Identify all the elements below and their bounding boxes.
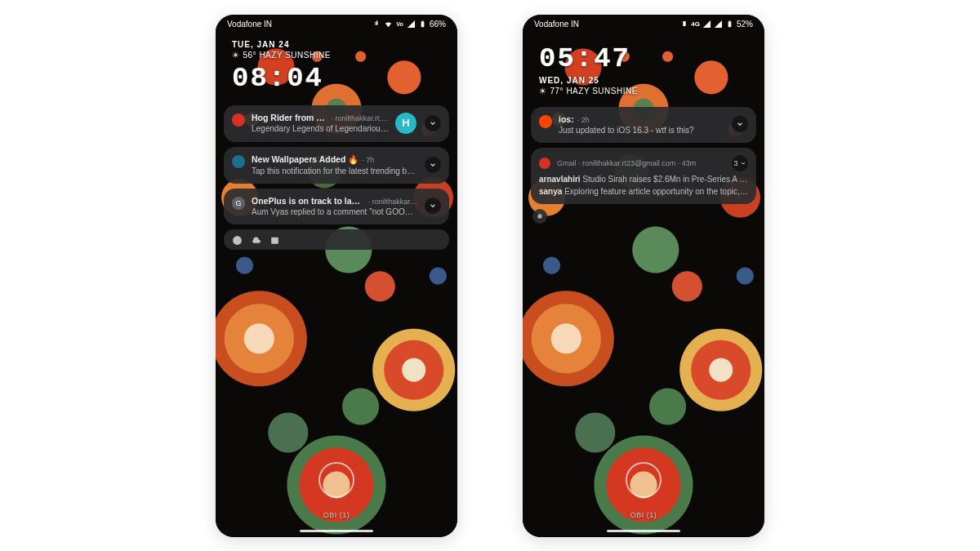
sender-avatar: H: [395, 113, 416, 134]
clock-widget[interactable]: 05:47 WED, JAN 25 ☀︎ 77° HAZY SUNSHINE: [523, 32, 764, 100]
carrier-label: Vodafone IN: [227, 20, 272, 29]
svg-rect-0: [421, 21, 425, 27]
svg-rect-5: [728, 21, 732, 27]
device-label: OBI (1): [216, 511, 457, 519]
notification-card[interactable]: ios: · 2h Just updated to iOS 16.3 - wtf…: [531, 107, 756, 143]
gmail-icon: [232, 113, 245, 127]
device-label: OBI (1): [523, 511, 764, 519]
sun-icon: ☀︎: [232, 51, 240, 60]
svg-rect-3: [271, 237, 278, 243]
gmail-icon: [539, 158, 550, 169]
network-label: 4G: [691, 20, 700, 28]
google-icon: G: [232, 197, 245, 210]
signal-icon: [702, 20, 711, 29]
notification-meta: · ronilthakkar.rt.. · 4h: [331, 114, 389, 122]
notification-list: Hog Rider from Clash · ronilthakkar.rt..…: [216, 99, 457, 250]
expand-button[interactable]: 3: [732, 155, 748, 171]
wifi-icon: [384, 20, 393, 29]
fingerprint-button[interactable]: [318, 462, 354, 498]
notification-card[interactable]: G OnePlus is on track to launch a… · ron…: [224, 189, 449, 224]
notification-text: Tap this notification for the latest tre…: [252, 167, 418, 176]
svg-rect-6: [729, 20, 731, 21]
reddit-icon: [539, 115, 552, 128]
weather-label: ☀︎ 77° HAZY SUNSHINE: [539, 87, 748, 96]
weather-label: ☀︎ 56° HAZY SUNSHINE: [232, 51, 441, 60]
bluetooth-icon: [372, 20, 381, 29]
svg-point-2: [233, 236, 242, 245]
date-label: TUE, JAN 24: [232, 40, 441, 49]
expand-button[interactable]: [425, 115, 441, 131]
vibrate-icon: [679, 20, 688, 29]
whatsapp-icon: [232, 234, 243, 245]
svg-point-7: [537, 214, 541, 218]
battery-percent: 52%: [737, 20, 753, 29]
time-label: 05:47: [539, 43, 748, 74]
collapsed-notification-dot[interactable]: [532, 209, 547, 224]
notification-title: New Wallpapers Added 🔥: [252, 154, 359, 165]
notification-title: OnePlus is on track to launch a…: [252, 196, 365, 206]
notification-title: ios:: [559, 114, 574, 124]
notification-meta: · ronilthakkar.. · 9h: [368, 198, 418, 206]
battery-icon: [725, 20, 734, 29]
notification-card[interactable]: Gmail · ronilthakkar.rt23@gmail.com · 43…: [531, 148, 756, 204]
status-bar: Vodafone IN 4G 52%: [523, 15, 764, 32]
status-bar: Vodafone IN Vo 66%: [216, 15, 457, 32]
expand-button[interactable]: [732, 116, 748, 132]
svg-rect-1: [422, 20, 424, 21]
email-line: sanya Exploring feature article opportun…: [539, 187, 748, 196]
notification-tray[interactable]: [224, 229, 449, 250]
notification-meta: · 2h: [577, 116, 590, 124]
fingerprint-button[interactable]: [626, 462, 662, 498]
wallpaper-app-icon: [232, 155, 245, 168]
nav-handle[interactable]: [607, 530, 680, 532]
clock-widget[interactable]: TUE, JAN 24 ☀︎ 56° HAZY SUNSHINE 08:04: [216, 32, 457, 99]
battery-icon: [418, 20, 427, 29]
left-phone-lockscreen: Vodafone IN Vo 66% TUE, JAN 24 ☀︎ 56° HA…: [216, 15, 457, 537]
sun-icon: ☀︎: [539, 87, 547, 96]
signal-icon: [714, 20, 723, 29]
notification-text: Just updated to iOS 16.3 - wtf is this?: [559, 126, 725, 135]
notification-card[interactable]: New Wallpapers Added 🔥 · 7h Tap this not…: [224, 147, 449, 184]
signal-icon: [407, 20, 416, 29]
notification-app-line: Gmail · ronilthakkar.rt23@gmail.com · 43…: [557, 159, 725, 167]
expand-button[interactable]: [425, 198, 441, 214]
email-line: arnavlahiri Studio Sirah raises $2.6Mn i…: [539, 175, 748, 184]
calendar-icon: [270, 234, 280, 245]
notification-list: ios: · 2h Just updated to iOS 16.3 - wtf…: [523, 100, 764, 224]
cloud-icon: [251, 234, 261, 245]
date-label: WED, JAN 25: [539, 76, 748, 85]
battery-percent: 66%: [430, 20, 446, 29]
expand-button[interactable]: [425, 157, 441, 173]
carrier-label: Vodafone IN: [534, 20, 579, 29]
notification-card[interactable]: Hog Rider from Clash · ronilthakkar.rt..…: [224, 105, 449, 142]
right-phone-lockscreen: Vodafone IN 4G 52% 05:47 WED, JAN 25 ☀︎ …: [523, 15, 764, 537]
notification-text: Legendary Legends of Legendarious Ac…: [252, 124, 389, 133]
notification-title: Hog Rider from Clash: [252, 113, 327, 122]
notification-meta: · 7h: [362, 156, 374, 164]
volte-icon: Vo: [395, 20, 404, 29]
notification-text: Aum Vyas replied to a comment "not GOOD …: [252, 207, 418, 216]
svg-rect-4: [683, 21, 685, 26]
nav-handle[interactable]: [300, 530, 373, 532]
time-label: 08:04: [232, 63, 441, 94]
